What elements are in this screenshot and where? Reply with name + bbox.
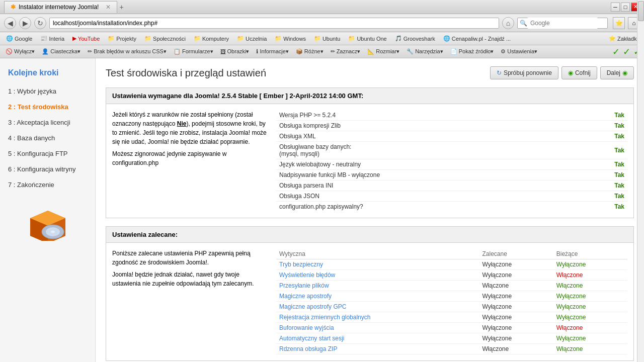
sidebar-item-3[interactable]: 4 : Baza danych [0, 130, 95, 146]
google-icon: 🔍 [520, 20, 527, 27]
retry-button[interactable]: ↻ Spróbuj ponownie [490, 66, 558, 79]
col-recommended: Zalecane [479, 249, 553, 259]
ext-ciasteczka[interactable]: 👤 Ciasteczka▾ [39, 47, 83, 56]
scrollbar-track[interactable] [637, 0, 644, 362]
ext-informacje[interactable]: ℹ Informacje▾ [254, 47, 291, 56]
forward-button[interactable]: ▶ [19, 17, 31, 29]
ext-rozne[interactable]: 📦 Różne▾ [293, 47, 326, 56]
joomla-box-svg [25, 201, 70, 241]
ext-narzedzia[interactable]: 🔧 Narzędzia▾ [404, 47, 446, 56]
svg-point-6 [51, 231, 55, 233]
required-settings-table: Wersja PHP >= 5.2.4 Tak Obsługa kompresj… [276, 110, 627, 212]
sidebar-item-0[interactable]: 1 : Wybór języka [0, 83, 95, 99]
bookmark-interia[interactable]: 📰 Interia [37, 34, 67, 43]
rec-label-1: Wyświetlenie błędów [276, 270, 479, 281]
title-bar: ✱ Instalator internetowy Joomla! ✕ + ─ □… [0, 0, 644, 14]
rec-recommended-8: Włączone [479, 344, 553, 354]
bookmark-komputery[interactable]: 📁 Komputery [191, 34, 232, 43]
bookmark-spolecznosci[interactable]: 📁 Społeczności [141, 34, 189, 43]
back-button[interactable]: ◉ Cofnij [561, 66, 597, 79]
rec-current-7: Wyłączone [553, 333, 627, 344]
required-section-body: Jeżeli któryś z warunków nie został speł… [106, 104, 633, 218]
browser-tab[interactable]: ✱ Instalator internetowy Joomla! ✕ [4, 1, 117, 13]
reload-button[interactable]: ↻ [34, 17, 46, 29]
sidebar-item-5[interactable]: 6 : Konfiguracja witryny [0, 161, 95, 177]
new-tab-button[interactable]: + [119, 3, 123, 11]
ext-css[interactable]: ✏ Brak błędów w arkuszu CSS▾ [85, 47, 169, 56]
tab-favicon: ✱ [11, 4, 16, 11]
bookmark-zakladki[interactable]: ⭐ Zakładki [606, 34, 641, 43]
tab-close-icon[interactable]: ✕ [106, 4, 111, 11]
bookmark-youtube[interactable]: ▶ YouTube [69, 34, 103, 43]
page-header: Test środowiska i przegląd ustawień ↻ Sp… [106, 66, 634, 79]
ext-zrodlo[interactable]: 📄 Pokaż źródło▾ [448, 47, 497, 56]
bookmark-uczelnia[interactable]: 📁 Uczelnia [234, 34, 270, 43]
rec-label-8: Rdzenna obsługa ZIP [276, 344, 479, 354]
required-desc-text: Jeżeli któryś z warunków nie został speł… [112, 110, 268, 146]
setting-json: Obsługa JSON Tak [276, 191, 627, 202]
header-buttons: ↻ Spróbuj ponownie ◉ Cofnij Dalej ◉ [490, 66, 634, 79]
rec-label-6: Buforowanie wyjścia [276, 323, 479, 333]
sidebar-image [0, 201, 95, 242]
col-current: Bieżące [553, 249, 627, 259]
rec-row-0: Tryb bezpiecznyWyłączoneWyłączone [276, 259, 627, 270]
addon-button[interactable]: ⭐ [613, 17, 625, 29]
rec-label-2: Przesyłanie plików [276, 281, 479, 291]
ext-wylacz[interactable]: 🚫 Wyłącz▾ [3, 47, 37, 56]
bookmarks-bar: 🌐 Google 📰 Interia ▶ YouTube 📁 Projekty … [0, 32, 644, 45]
bookmark-google[interactable]: 🌐 Google [3, 34, 35, 43]
check-icon-2: ✓ [623, 46, 630, 57]
rec-recommended-5: Wyłączone [479, 312, 553, 323]
bookmark-ubuntuone[interactable]: 📁 Ubuntu One [345, 34, 389, 43]
ext-formularze[interactable]: 📋 Formularze▾ [171, 47, 216, 56]
ext-obrazki[interactable]: 🖼 Obrazki▾ [218, 47, 252, 56]
sidebar-item-1[interactable]: 2 : Test środowiska [0, 99, 95, 115]
window-controls: ─ □ ✕ [611, 3, 640, 12]
rec-recommended-3: Wyłączone [479, 291, 553, 302]
recommended-section: Ustawienia zalecane: Poniższe zalecane u… [106, 226, 634, 361]
back-button[interactable]: ◀ [4, 17, 16, 29]
rec-label-5: Rejestracja zmiennych globalnych [276, 312, 479, 323]
recommended-table-wrapper: Wytyczna Zalecane Bieżące Tryb bezpieczn… [276, 249, 627, 354]
sidebar: Kolejne kroki 1 : Wybór języka 2 : Test … [0, 58, 96, 362]
scrollbar-thumb[interactable] [638, 1, 644, 21]
extensions-bar: 🚫 Wyłącz▾ 👤 Ciasteczka▾ ✏ Brak błędów w … [0, 45, 644, 58]
bookmark-windows[interactable]: 📁 Windows [272, 34, 309, 43]
setting-config: configuration.php zapisywalny? Tak [276, 202, 627, 212]
sidebar-item-4[interactable]: 5 : Konfiguracja FTP [0, 146, 95, 161]
rec-row-4: Magiczne apostrofy GPCWyłączoneWyłączone [276, 302, 627, 312]
search-input[interactable] [527, 18, 598, 29]
minimize-button[interactable]: ─ [611, 3, 620, 12]
address-bar[interactable] [49, 18, 499, 29]
next-button[interactable]: Dalej ◉ [600, 66, 634, 79]
setting-php-version: Wersja PHP >= 5.2.4 Tak [276, 110, 627, 121]
nie-label: Nie [177, 120, 187, 127]
ext-ustawienia[interactable]: ⚙ Ustawienia▾ [498, 47, 540, 56]
rec-current-5: Wyłączone [553, 312, 627, 323]
maximize-button[interactable]: □ [621, 3, 630, 12]
sidebar-item-2[interactable]: 3 : Akceptacja licencji [0, 115, 95, 130]
bookmark-grooveshark[interactable]: 🎵 Grooveshark [392, 34, 438, 43]
rec-current-6: Włączone [553, 323, 627, 333]
setting-db: Obsługiwane bazy danych:(mysql, mysqli) … [276, 142, 627, 159]
rec-row-5: Rejestracja zmiennych globalnychWyłączon… [276, 312, 627, 323]
sidebar-item-6[interactable]: 7 : Zakończenie [0, 177, 95, 193]
bookmark-cenapaliw[interactable]: 🌐 Cenapaliw.pl - Znajdź ... [440, 34, 514, 43]
recommended-description: Poniższe zalecane ustawienia PHP zapewni… [112, 249, 268, 354]
setting-zlib: Obsługa kompresji Zlib Tak [276, 121, 627, 131]
rec-row-2: Przesyłanie plikówWłączoneWłączone [276, 281, 627, 291]
tab-title: Instalator internetowy Joomla! [19, 4, 99, 11]
rec-current-4: Wyłączone [553, 302, 627, 312]
rec-row-7: Automatyczny start sesjiWyłączoneWyłączo… [276, 333, 627, 344]
ext-rozmiar[interactable]: 📐 Rozmiar▾ [365, 47, 402, 56]
bookmark-ubuntu[interactable]: 📁 Ubuntu [311, 34, 343, 43]
ext-zaznacz[interactable]: ✏ Zaznacz▾ [328, 47, 363, 56]
bookmark-projekty[interactable]: 📁 Projekty [105, 34, 139, 43]
rec-current-3: Wyłączone [553, 291, 627, 302]
home-button[interactable]: ⌂ [502, 17, 514, 29]
retry-icon: ↻ [497, 69, 502, 76]
rec-recommended-7: Wyłączone [479, 333, 553, 344]
rec-row-8: Rdzenna obsługa ZIPWłączoneWłączone [276, 344, 627, 354]
rec-label-0: Tryb bezpieczny [276, 259, 479, 270]
setting-multibyte: Język wielobajtowy - neutralny Tak [276, 159, 627, 170]
